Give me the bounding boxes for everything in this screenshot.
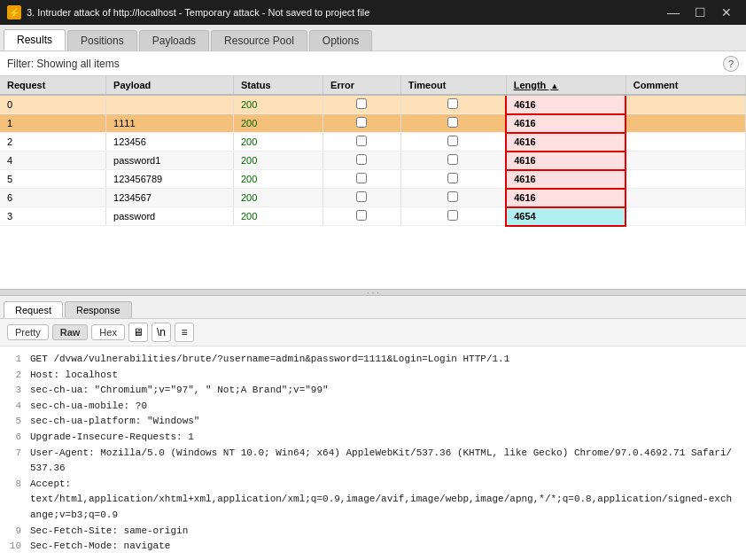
bottom-panel: Request Response Pretty Raw Hex 🖥 \n ≡ 1… — [0, 296, 746, 560]
line-number: 7 — [9, 446, 21, 477]
title-bar: ⚡ 3. Intruder attack of http://localhost… — [0, 0, 746, 25]
payload-cell: 1111 — [106, 114, 234, 133]
tab-response[interactable]: Response — [65, 301, 132, 318]
col-payload[interactable]: Payload — [106, 76, 234, 95]
results-area: Request Payload Status Error Timeout Len… — [0, 76, 746, 289]
main-tab-bar: Results Positions Payloads Resource Pool… — [0, 25, 746, 51]
request-cell: 4 — [0, 152, 106, 170]
app-icon: ⚡ — [7, 5, 21, 19]
table-row[interactable]: 0 200 4616 — [0, 95, 746, 114]
status-cell: 200 — [233, 207, 322, 226]
col-comment[interactable]: Comment — [626, 76, 745, 95]
status-cell: 200 — [233, 170, 322, 189]
line-content: sec-ch-ua: "Chromium";v="97", " Not;A Br… — [30, 383, 737, 399]
line-content: Sec-Fetch-Mode: navigate — [30, 539, 737, 555]
table-row[interactable]: 3 password 200 4654 — [0, 207, 746, 226]
timeout-cell[interactable] — [400, 152, 506, 170]
timeout-cell[interactable] — [400, 189, 506, 207]
timeout-cell[interactable] — [400, 133, 506, 152]
line-content: GET /dvwa/vulnerabilities/brute/?usernam… — [30, 352, 737, 368]
comment-cell — [626, 133, 745, 152]
error-cell[interactable] — [323, 170, 401, 189]
code-line: 2Host: localhost — [9, 368, 737, 384]
line-number: 5 — [9, 414, 21, 430]
table-row[interactable]: 5 123456789 200 4616 — [0, 170, 746, 189]
line-content: sec-ch-ua-mobile: ?0 — [30, 399, 737, 415]
tab-resource-pool[interactable]: Resource Pool — [211, 30, 307, 51]
hex-button[interactable]: Hex — [91, 324, 125, 340]
payload-cell: password — [106, 207, 234, 226]
line-number: 1 — [9, 352, 21, 368]
tab-options[interactable]: Options — [309, 30, 372, 51]
tab-payloads[interactable]: Payloads — [139, 30, 209, 51]
comment-cell — [626, 189, 745, 207]
col-length[interactable]: Length ▲ — [506, 76, 626, 95]
request-cell: 0 — [0, 95, 106, 114]
timeout-cell[interactable] — [400, 114, 506, 133]
col-request[interactable]: Request — [0, 76, 106, 95]
col-timeout[interactable]: Timeout — [400, 76, 506, 95]
col-error[interactable]: Error — [323, 76, 401, 95]
table-row[interactable]: 2 123456 200 4616 — [0, 133, 746, 152]
filter-bar: Filter: Showing all items ? — [0, 51, 746, 76]
code-line: 1GET /dvwa/vulnerabilities/brute/?userna… — [9, 352, 737, 368]
line-content: Sec-Fetch-Site: same-origin — [30, 524, 737, 540]
table-row[interactable]: 6 1234567 200 4616 — [0, 189, 746, 207]
line-content: Host: localhost — [30, 368, 737, 384]
code-line: 7User-Agent: Mozilla/5.0 (Windows NT 10.… — [9, 446, 737, 477]
wrap-icon-button[interactable]: \n — [152, 323, 171, 342]
bottom-tab-bar: Request Response — [0, 296, 746, 319]
close-button[interactable]: ✕ — [714, 0, 739, 25]
timeout-cell[interactable] — [400, 170, 506, 189]
line-content: text/html,application/xhtml+xml,applicat… — [30, 492, 737, 523]
request-cell: 1 — [0, 114, 106, 133]
menu-icon-button[interactable]: ≡ — [175, 323, 194, 342]
payload-cell: 123456789 — [106, 170, 234, 189]
length-cell: 4616 — [506, 189, 626, 207]
table-row[interactable]: 1 1111 200 4616 — [0, 114, 746, 133]
payload-cell: 123456 — [106, 133, 234, 152]
code-line: 3sec-ch-ua: "Chromium";v="97", " Not;A B… — [9, 383, 737, 399]
length-cell: 4616 — [506, 114, 626, 133]
tab-positions[interactable]: Positions — [67, 30, 137, 51]
line-number: 8 — [9, 477, 21, 493]
line-number — [9, 492, 21, 523]
minimize-button[interactable]: — — [661, 0, 686, 25]
error-cell[interactable] — [323, 114, 401, 133]
comment-cell — [626, 95, 745, 114]
comment-cell — [626, 152, 745, 170]
line-number: 6 — [9, 430, 21, 446]
line-number: 4 — [9, 399, 21, 415]
line-content: User-Agent: Mozilla/5.0 (Windows NT 10.0… — [30, 446, 737, 477]
code-line: 8Accept: — [9, 477, 737, 493]
pretty-button[interactable]: Pretty — [7, 324, 49, 340]
error-cell[interactable] — [323, 189, 401, 207]
code-line: text/html,application/xhtml+xml,applicat… — [9, 492, 737, 523]
code-line: 5sec-ch-ua-platform: "Windows" — [9, 414, 737, 430]
code-area: 1GET /dvwa/vulnerabilities/brute/?userna… — [0, 346, 746, 560]
tab-results[interactable]: Results — [4, 29, 66, 51]
error-cell[interactable] — [323, 152, 401, 170]
filter-text: Filter: Showing all items — [7, 58, 120, 70]
help-button[interactable]: ? — [723, 56, 739, 72]
timeout-cell[interactable] — [400, 95, 506, 114]
code-line: 6Upgrade-Insecure-Requests: 1 — [9, 430, 737, 446]
col-status[interactable]: Status — [233, 76, 322, 95]
tab-request[interactable]: Request — [4, 301, 63, 318]
payload-cell: password1 — [106, 152, 234, 170]
error-cell[interactable] — [323, 207, 401, 226]
maximize-button[interactable]: ☐ — [688, 0, 712, 25]
request-cell: 3 — [0, 207, 106, 226]
error-cell[interactable] — [323, 95, 401, 114]
status-cell: 200 — [233, 95, 322, 114]
timeout-cell[interactable] — [400, 207, 506, 226]
render-icon-button[interactable]: 🖥 — [128, 323, 148, 342]
length-cell: 4616 — [506, 133, 626, 152]
length-cell: 4654 — [506, 207, 626, 226]
raw-button[interactable]: Raw — [52, 324, 89, 340]
payload-cell — [106, 95, 234, 114]
table-row[interactable]: 4 password1 200 4616 — [0, 152, 746, 170]
panel-divider[interactable]: · · · — [0, 289, 746, 296]
request-cell: 6 — [0, 189, 106, 207]
error-cell[interactable] — [323, 133, 401, 152]
